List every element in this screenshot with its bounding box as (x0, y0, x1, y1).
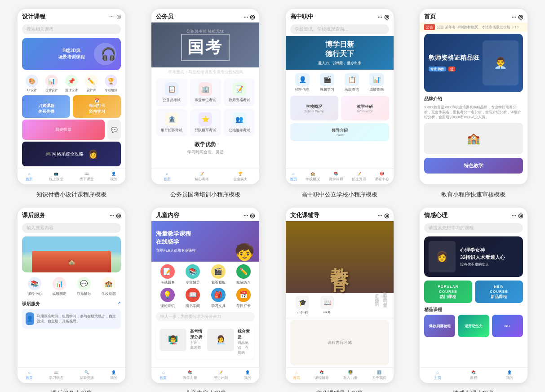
icon-enroll[interactable]: 👤 招生信息 (295, 73, 310, 92)
grid-item-bank[interactable]: 🏦 银行招募考试 (156, 109, 187, 136)
enroll-icon: 📝 (357, 172, 361, 176)
grid-item-teacher[interactable]: 📝 教师资格考试 (224, 79, 255, 106)
menu-icon2: ··· (244, 13, 248, 20)
explore-icon: 🔍 (84, 370, 89, 374)
phone7-nav-course[interactable]: 📚 课程辅导 (315, 370, 329, 380)
icon-top[interactable]: 📌 置顶设计 (65, 75, 78, 93)
phone3-nav-enroll[interactable]: 📝 招生资讯 (352, 172, 366, 182)
phone5-search[interactable]: 输入搜索内容 (22, 223, 121, 233)
phone1-card-checkin[interactable]: 📅每日打卡坚持学习 (73, 95, 121, 118)
phone5-nav-mine[interactable]: 👤 我的 (110, 370, 117, 380)
phone8-mini-card2[interactable]: 返开记忆力 (458, 315, 489, 337)
phone4-brand-title: 品牌介绍 (420, 94, 527, 104)
phone6-nav-home[interactable]: ⌂ 首页 (160, 370, 167, 380)
wifi-icon2: ◎ (250, 13, 255, 20)
icon-ui[interactable]: 🎨 UI设计 (26, 75, 38, 93)
phone6-course2-desc: 商品地点、在线购 (238, 340, 251, 355)
icon-training[interactable]: 🏆 专成培训 (105, 75, 117, 93)
grid6-watch[interactable]: 🎬 我看我板 (207, 264, 230, 285)
grid6-reading[interactable]: 📖 阅书学问 (182, 288, 204, 308)
icon-score-test[interactable]: 📊 成绩测定 (52, 277, 66, 296)
phone8-new-badge[interactable]: NEW COURSE 新品课程 (475, 281, 523, 303)
icon-xiaoshengchu[interactable]: 🎓 小升初 (296, 296, 309, 315)
phone8-nav-mine[interactable]: 👤 我的 (506, 370, 513, 380)
share-icon[interactable]: ↗ (117, 301, 121, 307)
phone1-nav-mine[interactable]: 👤 我的 (110, 172, 117, 182)
icon-designer[interactable]: ✏️ 设计师 (85, 75, 97, 93)
phone1-search[interactable]: 搜索相关课程 (22, 24, 121, 34)
phone5-nav-home[interactable]: ⌂ 首页 (26, 370, 33, 380)
phone8-header: 情感心理 ··· ◎ (420, 208, 527, 221)
phone2-nav-exam[interactable]: 📝 精心考考 (195, 172, 209, 182)
course-icon8: 📚 (471, 370, 476, 374)
icon-course-center[interactable]: 📚 课程中心 (27, 277, 42, 296)
phone8-mini-card1[interactable]: 爆款刷屏秘籍 (424, 315, 455, 337)
phone6-nav-teaching[interactable]: 📚 教学力量 (183, 370, 197, 380)
company-icon: 🏆 (238, 172, 243, 176)
phone3-banner-sub: 凝人力、以精彩、显亦出来 (318, 61, 361, 66)
phone1-banner-text: B端3D风 场景培训课程 (58, 48, 85, 60)
grid6-knowledge[interactable]: 💡 课论常识 (156, 288, 179, 308)
grid6-exam[interactable]: 📝 考试题卷 (156, 264, 179, 285)
grid-item-unit[interactable]: 🏢 事业单位考试 (190, 79, 221, 106)
phone1-card-buy[interactable]: 🛒刀购课程先买先得 (22, 95, 70, 118)
home-icon4: ⌂ (292, 172, 295, 176)
phone2-nav-home[interactable]: ⌂ 首页 (164, 172, 171, 182)
phone7-nav-about[interactable]: ℹ️ 关于我们 (372, 370, 386, 380)
phone6-search[interactable]: 快人一步，为您委写学习分分余力 (156, 312, 255, 321)
grid-item-army[interactable]: ⭐ 部队服军考试 (190, 109, 221, 136)
phone8-nav-home[interactable]: ⌂ 主页 (434, 370, 441, 380)
icon-school-dynamic[interactable]: 🏫 学校动态 (102, 277, 116, 296)
phone1-vote-card[interactable]: 我要投票 (22, 120, 105, 140)
grid6-checkin[interactable]: 📅 每日打卡 (232, 288, 255, 308)
phone3-research[interactable]: 教学科研 Informatics (341, 96, 389, 120)
phone6-banner-sub: 立即PLR人价格专业课程 (156, 248, 195, 253)
phone6-course1[interactable]: 👨‍🏫 高考情形分析 主讲：高老师 👩‍💼 综合素质 商品地点、在线购 (156, 325, 255, 359)
phone3-nav-teaching[interactable]: 📚 教学科研 (329, 172, 343, 182)
phone3-nav-school[interactable]: 🏫 学校概况 (306, 172, 320, 182)
phone1-nav-online[interactable]: 📺 线上课堂 (49, 172, 63, 182)
icon-ops[interactable]: 📊 运营设计 (45, 75, 58, 93)
phone7-nav-home[interactable]: ⌂ 首页 (293, 370, 300, 380)
phone3-nav-course[interactable]: 🎯 课程中心 (375, 172, 389, 182)
wifi-icon5: ◎ (116, 212, 121, 219)
phone2-nav-company[interactable]: 🏆 企业实力 (233, 172, 248, 182)
icon-contact[interactable]: 💬 联系辅导 (77, 277, 91, 296)
phone4-label: 教育小程序快速审核模板 (441, 191, 505, 199)
phone3-profile[interactable]: 学校概况 School Profile (290, 96, 338, 120)
phone8-search[interactable]: 请搜索您想学习的课程 (424, 223, 523, 233)
phone6-nav-mine[interactable]: 👤 我的 (244, 370, 251, 380)
phone8-popular-badge[interactable]: POPULAR COURSE 热门课程 (424, 281, 472, 303)
phone6-course1-img: 👨‍🏫 (160, 329, 186, 351)
phone5-label: 课后服务小程序 (51, 389, 92, 392)
grid6-tools[interactable]: 🎒 学习文具 (207, 288, 230, 308)
phone4-banner-right: 👨‍💼 (483, 40, 518, 85)
phone7-banner-side: 教育的力量 是无限的 (373, 289, 389, 302)
phone8-mini-card3[interactable]: 60+ (492, 315, 523, 337)
icon-score[interactable]: 📊 成绩查询 (369, 73, 384, 92)
phone6-grid2: 💡 课论常识 📖 阅书学问 🎒 学习文具 📅 每日打卡 (151, 288, 259, 310)
icon-video[interactable]: 🎬 视频学习 (320, 73, 334, 92)
phone6-nav-enroll[interactable]: 📝 招生计划 (213, 370, 228, 380)
phone1-nav-offline[interactable]: 📖 线下课堂 (80, 172, 94, 182)
phone5-nav-study[interactable]: 📖 学习动态 (49, 370, 63, 380)
menu-icon8: ··· (511, 212, 516, 219)
grid6-tutor[interactable]: 📚 专业辅导 (182, 264, 204, 285)
grid-item-public[interactable]: 👥 公地迪考考试 (224, 109, 255, 136)
phone3-nav-home[interactable]: ⌂ 首页 (290, 172, 297, 182)
grid6-practice[interactable]: ✏️ 精练练习 (232, 264, 255, 285)
phone8-nav-course[interactable]: 📚 课程 (470, 370, 477, 380)
phone1-nav-home[interactable]: ⌂ 首页 (26, 172, 33, 182)
badge2-upper: NEW (494, 284, 504, 289)
phone8-title: 情感心理 (424, 211, 448, 219)
phone1-side-btn[interactable]: 💬 (107, 120, 121, 140)
grid-item-civil[interactable]: 📋 公务员考试 (156, 79, 187, 106)
phone3-leader[interactable]: 领导介绍 Leader (290, 123, 389, 141)
icon-zhongkao[interactable]: 📖 中考 (320, 296, 334, 315)
phone5-nav-explore[interactable]: 🔍 探索资源 (80, 370, 94, 380)
phone7-nav-teacher[interactable]: 👨‍🏫 教方力量 (343, 370, 358, 380)
mine-icon6: 👤 (245, 370, 250, 374)
phone3-search[interactable]: 学校资讯、学校概况查询... (290, 24, 389, 34)
icon-admission[interactable]: 📋 录取查询 (345, 73, 359, 92)
phone4-title: 首页 (424, 13, 436, 21)
